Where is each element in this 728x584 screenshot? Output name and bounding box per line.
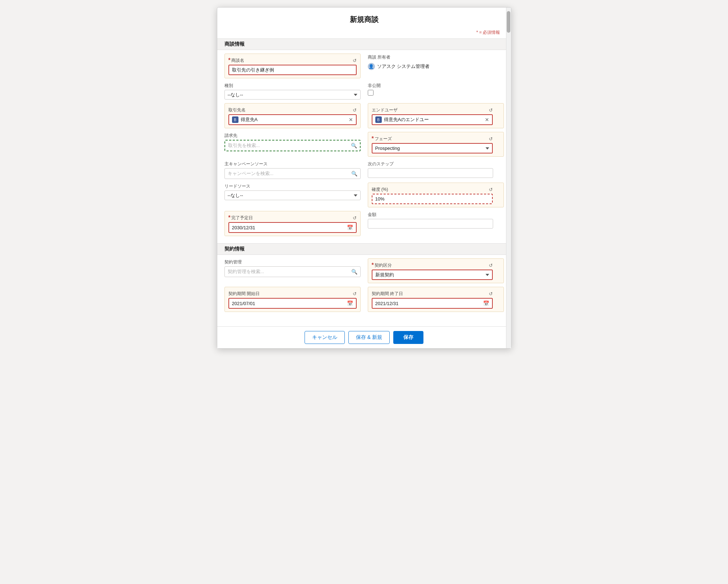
form-row-4: 請求先 取引先を検索... 🔍 * フェーズ ↺ Prospecting: [224, 132, 504, 160]
lead-source-group: リードソース --なし--: [224, 183, 361, 207]
end-user-label: エンドユーザ: [372, 107, 398, 113]
contract-start-group: 契約期間 開始日 ↺ 2021/07/01 📅: [224, 287, 361, 312]
next-step-label: 次のステップ: [368, 161, 394, 167]
contract-row-2: 契約期間 開始日 ↺ 2021/07/01 📅 契約期間 終了日 ↺ 2021/…: [224, 287, 504, 316]
cancel-button[interactable]: キャンセル: [305, 331, 345, 344]
amount-label: 金額: [368, 212, 376, 218]
contract-start-reset-icon[interactable]: ↺: [353, 291, 357, 296]
contract-type-select[interactable]: 新規契約: [372, 270, 493, 280]
end-user-group: エンドユーザ ↺ B 得意先Aのエンドユー ✕: [368, 103, 504, 128]
account-name-group: 取引先名 ↺ B 得意先A ✕: [224, 103, 361, 128]
owner-label: 商談 所有者: [368, 54, 390, 60]
account-name-tag: B 得意先A ✕: [228, 114, 357, 125]
type-label: 種別: [224, 83, 233, 89]
close-date-label: 完了予定日: [231, 215, 253, 221]
deal-name-label: 商談名: [231, 58, 244, 64]
contract-type-required: *: [372, 262, 374, 268]
next-step-input[interactable]: [368, 168, 493, 178]
form-row-1: * 商談名 ↺ 商談 所有者 👤 ソアスク システム管理者: [224, 54, 504, 82]
private-group: 非公開: [368, 82, 504, 100]
contract-start-field[interactable]: 2021/07/01 📅: [228, 298, 357, 309]
contract-end-field[interactable]: 2021/12/31 📅: [372, 298, 493, 309]
account-name-close[interactable]: ✕: [349, 117, 353, 123]
account-name-reset-icon[interactable]: ↺: [353, 107, 357, 113]
close-date-required: *: [228, 215, 231, 221]
close-date-group: * 完了予定日 ↺ 2030/12/31 📅: [224, 211, 361, 236]
contract-mgmt-group: 契約管理 契約管理を検索... 🔍: [224, 258, 361, 283]
close-date-field[interactable]: 2030/12/31 📅: [228, 222, 357, 233]
phase-select[interactable]: Prospecting: [372, 143, 493, 153]
contract-end-reset-icon[interactable]: ↺: [489, 291, 493, 296]
private-label: 非公開: [368, 83, 381, 89]
form-row-7: * 完了予定日 ↺ 2030/12/31 📅 金額: [224, 211, 504, 240]
required-note: * = 必須情報: [217, 28, 511, 38]
campaign-lookup[interactable]: キャンペーンを検索... 🔍: [224, 168, 361, 179]
type-group: 種別 --なし--: [224, 82, 361, 100]
contract-type-reset-icon[interactable]: ↺: [489, 263, 493, 268]
type-select[interactable]: --なし--: [224, 90, 361, 100]
contract-end-label: 契約期間 終了日: [372, 291, 403, 297]
probability-reset-icon[interactable]: ↺: [489, 187, 493, 192]
billing-lookup[interactable]: 取引先を検索... 🔍: [224, 140, 361, 151]
lead-source-select[interactable]: --なし--: [224, 190, 361, 200]
modal-dialog: 新規商談 * = 必須情報 商談情報 * 商談名 ↺ 商談 所有者 �: [217, 7, 511, 349]
contract-end-value: 2021/12/31: [375, 301, 399, 306]
modal-title: 新規商談: [217, 8, 511, 28]
owner-value: 👤 ソアスク システム管理者: [368, 61, 493, 72]
private-checkbox[interactable]: [368, 90, 374, 96]
account-name-label: 取引先名: [228, 107, 246, 113]
next-step-group: 次のステップ: [368, 160, 504, 179]
section-contract-info: 契約情報: [217, 243, 511, 255]
probability-group: 確度 (%) ↺: [368, 183, 504, 207]
phase-group: * フェーズ ↺ Prospecting: [368, 132, 504, 157]
scrollbar[interactable]: [506, 8, 511, 348]
contract-start-calendar-icon[interactable]: 📅: [347, 300, 353, 306]
owner-icon: 👤: [368, 63, 375, 70]
deal-name-required: *: [228, 57, 231, 64]
contract-end-calendar-icon[interactable]: 📅: [483, 300, 489, 306]
form-row-5: 主キャンペーンソース キャンペーンを検索... 🔍 次のステップ: [224, 160, 504, 183]
contract-type-label: 契約区分: [375, 262, 392, 268]
campaign-search-icon[interactable]: 🔍: [351, 171, 357, 176]
amount-input[interactable]: [368, 219, 493, 229]
contract-form-body: 契約管理 契約管理を検索... 🔍 * 契約区分 ↺ 新規契約: [217, 255, 511, 326]
save-button[interactable]: 保存: [393, 331, 423, 344]
billing-label: 請求先: [224, 133, 237, 139]
footer-bar: キャンセル 保存 & 新規 保存: [217, 326, 511, 348]
probability-label: 確度 (%): [372, 187, 388, 193]
deal-name-reset-icon[interactable]: ↺: [353, 58, 357, 63]
account-tag-icon: B: [232, 116, 238, 123]
campaign-group: 主キャンペーンソース キャンペーンを検索... 🔍: [224, 160, 361, 179]
owner-group: 商談 所有者 👤 ソアスク システム管理者: [368, 54, 504, 78]
campaign-placeholder: キャンペーンを検索...: [228, 170, 274, 177]
contract-mgmt-placeholder: 契約管理を検索...: [228, 268, 264, 275]
scrollbar-thumb: [507, 11, 510, 33]
contract-mgmt-search-icon[interactable]: 🔍: [351, 269, 357, 275]
lead-source-label: リードソース: [224, 183, 250, 189]
close-date-calendar-icon[interactable]: 📅: [347, 225, 353, 230]
deal-name-group: * 商談名 ↺: [224, 54, 361, 78]
deal-name-input[interactable]: [228, 65, 357, 75]
phase-label: フェーズ: [375, 136, 392, 142]
form-body: * 商談名 ↺ 商談 所有者 👤 ソアスク システム管理者: [217, 50, 511, 243]
close-date-value: 2030/12/31: [232, 225, 255, 230]
contract-row-1: 契約管理 契約管理を検索... 🔍 * 契約区分 ↺ 新規契約: [224, 258, 504, 287]
contract-mgmt-lookup[interactable]: 契約管理を検索... 🔍: [224, 266, 361, 277]
end-user-reset-icon[interactable]: ↺: [489, 107, 493, 113]
billing-search-icon[interactable]: 🔍: [351, 143, 357, 148]
phase-required: *: [372, 135, 374, 142]
save-new-button[interactable]: 保存 & 新規: [348, 331, 390, 344]
amount-group: 金額: [368, 211, 504, 236]
phase-reset-icon[interactable]: ↺: [489, 136, 493, 142]
contract-start-label: 契約期間 開始日: [228, 291, 260, 297]
campaign-label: 主キャンペーンソース: [224, 161, 268, 167]
contract-mgmt-label: 契約管理: [224, 259, 242, 265]
form-row-3: 取引先名 ↺ B 得意先A ✕ エンドユーザ ↺ B 得意先Aのエンドユー: [224, 103, 504, 132]
contract-start-value: 2021/07/01: [232, 301, 255, 306]
form-row-6: リードソース --なし-- 確度 (%) ↺: [224, 183, 504, 211]
end-user-close[interactable]: ✕: [485, 117, 489, 123]
probability-input[interactable]: [372, 194, 493, 204]
form-row-2: 種別 --なし-- 非公開: [224, 82, 504, 103]
close-date-reset-icon[interactable]: ↺: [353, 215, 357, 221]
end-user-value: 得意先Aのエンドユー: [384, 116, 483, 123]
